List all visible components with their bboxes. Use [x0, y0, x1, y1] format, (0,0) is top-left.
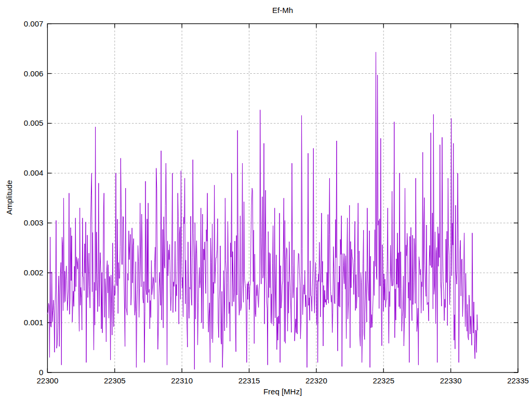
y-tick-label: 0.007	[24, 19, 44, 28]
x-tick-label: 22325	[373, 376, 394, 385]
y-tick-label: 0.003	[24, 218, 44, 227]
x-tick-label: 22320	[305, 376, 327, 385]
plot-area: 2230022305223102231522320223252233022335…	[0, 0, 532, 399]
y-tick-label: 0.004	[24, 168, 44, 177]
data-trace	[47, 52, 477, 369]
x-tick-labels: 2230022305223102231522320223252233022335	[37, 376, 529, 385]
spectrum-chart: Ef-Mh Amplitude 223002230522310223152232…	[0, 0, 532, 399]
x-tick-label: 22335	[507, 376, 529, 385]
y-tick-label: 0.005	[24, 118, 44, 127]
y-tick-label: 0	[39, 368, 43, 377]
x-tick-label: 22315	[238, 376, 260, 385]
x-tick-label: 22300	[37, 376, 59, 385]
y-tick-label: 0.001	[24, 318, 44, 327]
y-tick-label: 0.006	[24, 69, 44, 78]
y-tick-label: 0.002	[24, 268, 44, 277]
x-tick-label: 22330	[440, 376, 462, 385]
x-axis-title: Freq [MHz]	[47, 387, 518, 396]
x-tick-label: 22305	[104, 376, 126, 385]
x-tick-label: 22310	[171, 376, 193, 385]
y-tick-labels: 00.0010.0020.0030.0040.0050.0060.007	[24, 19, 44, 377]
